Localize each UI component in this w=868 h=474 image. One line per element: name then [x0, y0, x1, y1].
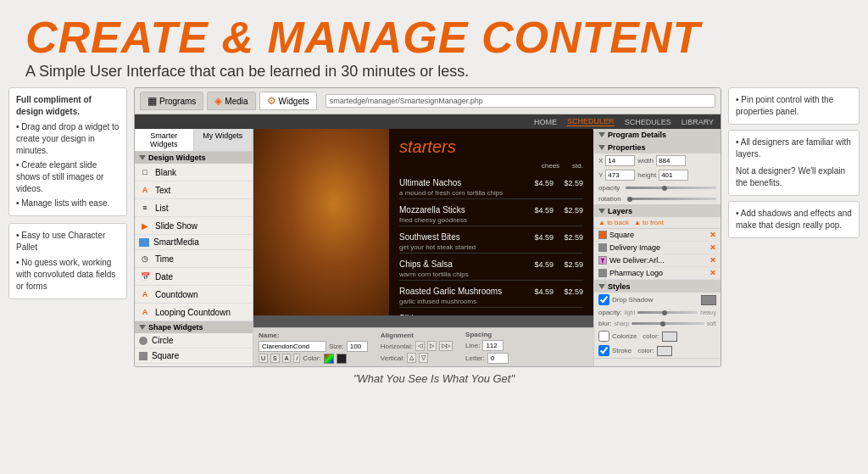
properties-section: Properties X width Y height [594, 142, 721, 205]
line-spacing-input[interactable] [482, 340, 504, 351]
nav-schedules[interactable]: SCHEDULES [625, 118, 671, 126]
spacing-section: Spacing Line: Letter: [465, 331, 509, 364]
widget-date[interactable]: 📅 Date [135, 268, 253, 286]
widget-time[interactable]: ◷ Time [135, 250, 253, 268]
align-left[interactable]: ◁ [415, 341, 425, 351]
properties-panel-note: • Pin point control with the properties … [728, 87, 860, 125]
rotation-handle [627, 197, 632, 202]
collapse-shape-icon [139, 325, 146, 330]
styles-title[interactable]: Styles [594, 281, 721, 293]
page-subtitle: A Simple User Interface that can be lear… [25, 63, 843, 81]
canvas-area: starters chees std. Ultimate Nachos a mo… [253, 129, 593, 327]
format-slash[interactable]: / [293, 354, 300, 363]
align-middle[interactable]: ▽ [419, 353, 428, 363]
format-a[interactable]: A [282, 354, 292, 363]
layer-delivery-image[interactable]: Delivery Image ✕ [594, 242, 721, 254]
header: CREATE & MANAGE CONTENT A Simple User In… [0, 0, 868, 87]
stroke-color[interactable] [657, 346, 672, 356]
width-input[interactable] [656, 155, 686, 166]
nav-scheduler[interactable]: SCHEDULER [567, 117, 615, 126]
format-s[interactable]: S [270, 354, 280, 363]
opacity-row: opacity [594, 182, 721, 193]
font-size-input[interactable] [347, 341, 368, 352]
colorize-checkbox[interactable] [598, 331, 609, 342]
tab-media[interactable]: ◈ Media [207, 92, 255, 110]
y-input[interactable] [605, 170, 635, 181]
blank-icon: □ [139, 166, 151, 178]
layer-color-text: T [598, 256, 607, 265]
widget-tabs: Smarter Widgets My Widgets [135, 129, 253, 152]
format-u[interactable]: U [259, 354, 268, 363]
layers-nav: ▲ to back ▲ to front [594, 217, 721, 229]
program-details-title[interactable]: Program Details [594, 129, 721, 141]
x-input[interactable] [605, 155, 635, 166]
layer-delete-delivery[interactable]: ✕ [709, 243, 716, 252]
char-name-label: Name: [259, 332, 368, 339]
align-v-label: Vertical: [381, 354, 404, 362]
looping-icon: A [139, 306, 151, 318]
height-input[interactable] [659, 170, 688, 181]
tab-smarter-widgets[interactable]: Smarter Widgets [135, 129, 194, 151]
widget-slideshow[interactable]: ▶ Slide Show [135, 217, 253, 235]
address-bar[interactable]: smartedge/manager/SmartesignManager.php [326, 94, 715, 108]
properties-title[interactable]: Properties [594, 142, 721, 153]
tab-my-widgets[interactable]: My Widgets [194, 129, 253, 151]
widget-smartmedia[interactable]: SmartMedia [135, 235, 253, 250]
align-right[interactable]: ▷▷ [439, 341, 453, 351]
page-title: CREATE & MANAGE CONTENT [25, 15, 843, 59]
widget-circle[interactable]: Circle [135, 333, 253, 349]
nav-bar: HOME SCHEDULER SCHEDULES LIBRARY [135, 114, 721, 129]
layer-delete-text[interactable]: ✕ [709, 256, 716, 265]
menu-item-row: Chips & Salsa warm corn tortilla chips $… [399, 254, 583, 281]
to-front-btn[interactable]: ▲ to front [634, 219, 664, 226]
widget-blank[interactable]: □ Blank [135, 164, 253, 181]
widget-square[interactable]: Square [135, 349, 253, 364]
to-back-btn[interactable]: ▲ to back [598, 219, 629, 226]
effects-note: • Add shadows and effects and make that … [728, 201, 860, 238]
shadow-opacity-slider[interactable] [637, 311, 698, 314]
drop-shadow-row: Drop Shadow [594, 293, 721, 307]
letter-spacing-input[interactable] [487, 353, 509, 364]
rotation-slider[interactable] [627, 198, 716, 200]
collapse-layers-icon [598, 209, 605, 214]
layer-logo[interactable]: Pharmacy Logo ✕ [594, 267, 721, 280]
tab-widgets[interactable]: ⚙ Widgets [259, 92, 317, 110]
align-top[interactable]: △ [407, 353, 416, 363]
layer-delete-square[interactable]: ✕ [709, 231, 716, 239]
widget-list[interactable]: ≡ List [135, 199, 253, 217]
alignment-section: Alignment Horizontal: ◁ ▷ ▷▷ Vertical: △… [381, 332, 453, 363]
widget-text[interactable]: A Text [135, 181, 253, 199]
drop-shadow-color[interactable] [701, 295, 716, 305]
widget-looping[interactable]: A Looping Countdown [135, 304, 253, 321]
color-swatch[interactable] [324, 354, 334, 364]
menu-content: starters chees std. Ultimate Nachos a mo… [389, 129, 593, 315]
layer-delete-logo[interactable]: ✕ [709, 269, 716, 277]
programs-icon: ▦ [147, 95, 157, 107]
menu-item-row: Ultimate Nachos a mound of fresh corn to… [399, 172, 583, 199]
layers-title[interactable]: Layers [594, 205, 721, 217]
program-details-section: Program Details [594, 129, 721, 142]
opacity-slider[interactable] [626, 187, 716, 189]
drop-shadow-checkbox[interactable] [598, 294, 609, 305]
shape-widgets-section: Shape Widgets [135, 321, 253, 333]
opacity-handle [662, 186, 667, 191]
nav-library[interactable]: LIBRARY [682, 118, 714, 126]
layer-text[interactable]: T We Deliver:Arl... ✕ [594, 254, 721, 267]
food-image [253, 129, 389, 315]
tab-programs[interactable]: ▦ Programs [140, 92, 203, 110]
layer-square[interactable]: Square ✕ [594, 229, 721, 242]
colorize-color[interactable] [662, 332, 677, 342]
collapse-styles-icon [598, 284, 605, 289]
widget-rounded-rectangle[interactable]: Rounded Rectangle [135, 364, 253, 366]
align-center[interactable]: ▷ [427, 341, 437, 351]
font-name-input[interactable] [259, 341, 326, 352]
line-label: Line: [465, 342, 480, 349]
stroke-checkbox[interactable] [598, 345, 609, 356]
alignment-label: Alignment [381, 332, 453, 339]
blur-style-row: blur: sharp soft [594, 318, 721, 329]
widget-countdown[interactable]: A Countdown [135, 286, 253, 304]
blur-slider[interactable] [632, 322, 704, 325]
ui-tabs: ▦ Programs ◈ Media ⚙ Widgets [140, 92, 317, 110]
color-swatch-dark[interactable] [337, 354, 347, 364]
nav-home[interactable]: HOME [534, 118, 557, 126]
